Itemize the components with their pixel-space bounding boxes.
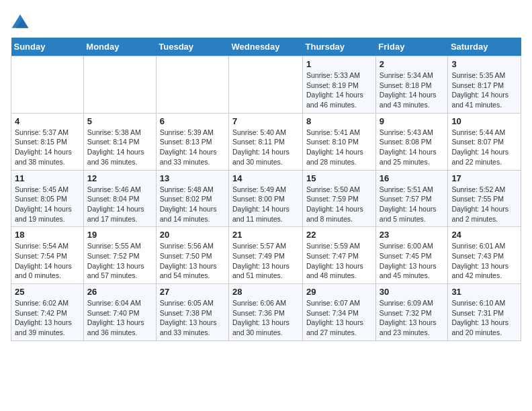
table-row: 12Sunrise: 5:46 AM Sunset: 8:04 PM Dayli… bbox=[83, 170, 156, 227]
day-number: 22 bbox=[306, 230, 372, 240]
day-number: 23 bbox=[380, 230, 445, 240]
table-row: 17Sunrise: 5:52 AM Sunset: 7:55 PM Dayli… bbox=[448, 170, 521, 227]
day-detail: Sunrise: 5:40 AM Sunset: 8:11 PM Dayligh… bbox=[232, 128, 299, 167]
day-number: 11 bbox=[15, 173, 80, 183]
day-detail: Sunrise: 6:09 AM Sunset: 7:32 PM Dayligh… bbox=[380, 298, 445, 338]
table-row: 2Sunrise: 5:34 AM Sunset: 8:18 PM Daylig… bbox=[375, 56, 448, 113]
day-detail: Sunrise: 5:41 AM Sunset: 8:10 PM Dayligh… bbox=[306, 128, 372, 167]
day-detail: Sunrise: 5:48 AM Sunset: 8:02 PM Dayligh… bbox=[160, 185, 225, 224]
col-header-wednesday: Wednesday bbox=[229, 38, 303, 56]
day-number: 18 bbox=[15, 230, 80, 240]
table-row bbox=[229, 56, 303, 113]
table-row: 5Sunrise: 5:38 AM Sunset: 8:14 PM Daylig… bbox=[83, 113, 156, 170]
table-row: 3Sunrise: 5:35 AM Sunset: 8:17 PM Daylig… bbox=[448, 56, 521, 113]
day-number: 20 bbox=[160, 230, 225, 240]
table-row: 23Sunrise: 6:00 AM Sunset: 7:45 PM Dayli… bbox=[375, 227, 448, 284]
day-detail: Sunrise: 5:44 AM Sunset: 8:07 PM Dayligh… bbox=[451, 128, 517, 167]
day-detail: Sunrise: 5:55 AM Sunset: 7:52 PM Dayligh… bbox=[87, 241, 152, 281]
day-number: 7 bbox=[232, 116, 299, 126]
day-detail: Sunrise: 5:49 AM Sunset: 8:00 PM Dayligh… bbox=[232, 185, 299, 224]
logo-icon bbox=[11, 13, 30, 32]
col-header-friday: Friday bbox=[375, 38, 448, 56]
table-row bbox=[83, 56, 156, 113]
day-number: 13 bbox=[160, 173, 225, 183]
table-row: 21Sunrise: 5:57 AM Sunset: 7:49 PM Dayli… bbox=[229, 227, 303, 284]
day-number: 3 bbox=[451, 59, 517, 69]
day-number: 2 bbox=[380, 59, 445, 69]
day-detail: Sunrise: 5:59 AM Sunset: 7:47 PM Dayligh… bbox=[306, 241, 372, 281]
table-row: 31Sunrise: 6:10 AM Sunset: 7:31 PM Dayli… bbox=[448, 284, 521, 341]
day-number: 29 bbox=[306, 287, 372, 297]
table-row: 28Sunrise: 6:06 AM Sunset: 7:36 PM Dayli… bbox=[229, 284, 303, 341]
day-number: 31 bbox=[451, 287, 517, 297]
table-row: 10Sunrise: 5:44 AM Sunset: 8:07 PM Dayli… bbox=[448, 113, 521, 170]
col-header-tuesday: Tuesday bbox=[156, 38, 228, 56]
table-row: 11Sunrise: 5:45 AM Sunset: 8:05 PM Dayli… bbox=[11, 170, 84, 227]
day-detail: Sunrise: 5:52 AM Sunset: 7:55 PM Dayligh… bbox=[451, 185, 517, 224]
table-row bbox=[11, 56, 84, 113]
day-detail: Sunrise: 5:38 AM Sunset: 8:14 PM Dayligh… bbox=[87, 128, 152, 167]
day-detail: Sunrise: 5:51 AM Sunset: 7:57 PM Dayligh… bbox=[380, 185, 445, 224]
table-row: 4Sunrise: 5:37 AM Sunset: 8:15 PM Daylig… bbox=[11, 113, 84, 170]
day-number: 5 bbox=[87, 116, 152, 126]
table-row: 19Sunrise: 5:55 AM Sunset: 7:52 PM Dayli… bbox=[83, 227, 156, 284]
day-detail: Sunrise: 5:46 AM Sunset: 8:04 PM Dayligh… bbox=[87, 185, 152, 224]
col-header-monday: Monday bbox=[83, 38, 156, 56]
day-detail: Sunrise: 5:50 AM Sunset: 7:59 PM Dayligh… bbox=[306, 185, 372, 224]
day-number: 14 bbox=[232, 173, 299, 183]
table-row: 22Sunrise: 5:59 AM Sunset: 7:47 PM Dayli… bbox=[303, 227, 376, 284]
table-row: 18Sunrise: 5:54 AM Sunset: 7:54 PM Dayli… bbox=[11, 227, 84, 284]
table-row: 25Sunrise: 6:02 AM Sunset: 7:42 PM Dayli… bbox=[11, 284, 84, 341]
table-row: 30Sunrise: 6:09 AM Sunset: 7:32 PM Dayli… bbox=[375, 284, 448, 341]
day-number: 12 bbox=[87, 173, 152, 183]
day-detail: Sunrise: 6:05 AM Sunset: 7:38 PM Dayligh… bbox=[160, 298, 225, 338]
col-header-sunday: Sunday bbox=[11, 38, 84, 56]
day-number: 10 bbox=[451, 116, 517, 126]
day-number: 6 bbox=[160, 116, 225, 126]
table-row: 27Sunrise: 6:05 AM Sunset: 7:38 PM Dayli… bbox=[156, 284, 228, 341]
table-row: 8Sunrise: 5:41 AM Sunset: 8:10 PM Daylig… bbox=[303, 113, 376, 170]
table-row: 9Sunrise: 5:43 AM Sunset: 8:08 PM Daylig… bbox=[375, 113, 448, 170]
day-number: 16 bbox=[380, 173, 445, 183]
day-detail: Sunrise: 6:10 AM Sunset: 7:31 PM Dayligh… bbox=[451, 298, 517, 338]
day-number: 8 bbox=[306, 116, 372, 126]
table-row: 15Sunrise: 5:50 AM Sunset: 7:59 PM Dayli… bbox=[303, 170, 376, 227]
table-row: 24Sunrise: 6:01 AM Sunset: 7:43 PM Dayli… bbox=[448, 227, 521, 284]
table-row: 1Sunrise: 5:33 AM Sunset: 8:19 PM Daylig… bbox=[303, 56, 376, 113]
col-header-saturday: Saturday bbox=[448, 38, 521, 56]
day-detail: Sunrise: 5:39 AM Sunset: 8:13 PM Dayligh… bbox=[160, 128, 225, 167]
table-row: 7Sunrise: 5:40 AM Sunset: 8:11 PM Daylig… bbox=[229, 113, 303, 170]
calendar-table: SundayMondayTuesdayWednesdayThursdayFrid… bbox=[11, 38, 521, 341]
day-number: 19 bbox=[87, 230, 152, 240]
day-detail: Sunrise: 5:54 AM Sunset: 7:54 PM Dayligh… bbox=[15, 241, 80, 281]
table-row: 20Sunrise: 5:56 AM Sunset: 7:50 PM Dayli… bbox=[156, 227, 228, 284]
day-number: 1 bbox=[306, 59, 372, 69]
page-header bbox=[11, 11, 521, 32]
day-detail: Sunrise: 5:45 AM Sunset: 8:05 PM Dayligh… bbox=[15, 185, 80, 224]
day-detail: Sunrise: 6:01 AM Sunset: 7:43 PM Dayligh… bbox=[451, 241, 517, 281]
day-detail: Sunrise: 5:34 AM Sunset: 8:18 PM Dayligh… bbox=[380, 71, 445, 110]
day-number: 21 bbox=[232, 230, 299, 240]
day-number: 24 bbox=[451, 230, 517, 240]
day-detail: Sunrise: 5:33 AM Sunset: 8:19 PM Dayligh… bbox=[306, 71, 372, 110]
day-detail: Sunrise: 6:06 AM Sunset: 7:36 PM Dayligh… bbox=[232, 298, 299, 338]
table-row: 14Sunrise: 5:49 AM Sunset: 8:00 PM Dayli… bbox=[229, 170, 303, 227]
day-number: 27 bbox=[160, 287, 225, 297]
table-row bbox=[156, 56, 228, 113]
day-detail: Sunrise: 5:43 AM Sunset: 8:08 PM Dayligh… bbox=[380, 128, 445, 167]
day-detail: Sunrise: 5:56 AM Sunset: 7:50 PM Dayligh… bbox=[160, 241, 225, 281]
day-number: 4 bbox=[15, 116, 80, 126]
table-row: 29Sunrise: 6:07 AM Sunset: 7:34 PM Dayli… bbox=[303, 284, 376, 341]
day-detail: Sunrise: 5:35 AM Sunset: 8:17 PM Dayligh… bbox=[451, 71, 517, 110]
day-number: 28 bbox=[232, 287, 299, 297]
day-number: 15 bbox=[306, 173, 372, 183]
table-row: 6Sunrise: 5:39 AM Sunset: 8:13 PM Daylig… bbox=[156, 113, 228, 170]
day-number: 30 bbox=[380, 287, 445, 297]
day-detail: Sunrise: 6:00 AM Sunset: 7:45 PM Dayligh… bbox=[380, 241, 445, 281]
col-header-thursday: Thursday bbox=[303, 38, 376, 56]
day-number: 9 bbox=[380, 116, 445, 126]
day-detail: Sunrise: 6:04 AM Sunset: 7:40 PM Dayligh… bbox=[87, 298, 152, 338]
day-number: 17 bbox=[451, 173, 517, 183]
table-row: 16Sunrise: 5:51 AM Sunset: 7:57 PM Dayli… bbox=[375, 170, 448, 227]
day-detail: Sunrise: 5:57 AM Sunset: 7:49 PM Dayligh… bbox=[232, 241, 299, 281]
